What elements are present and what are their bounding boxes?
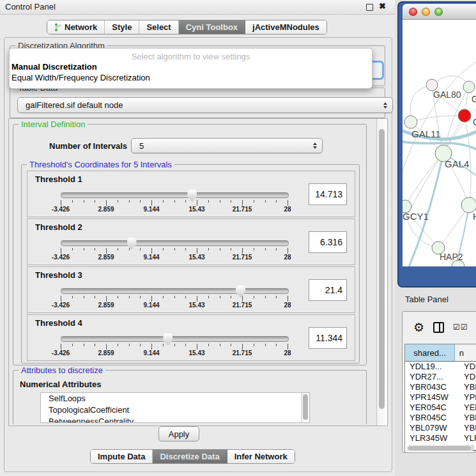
scale-label: -3.426: [52, 254, 70, 261]
table-row[interactable]: YPR145WYPR1: [405, 392, 476, 403]
tab-style[interactable]: Style: [105, 20, 139, 34]
num-intervals-combo[interactable]: 5: [131, 138, 323, 153]
close-button[interactable]: [409, 8, 417, 16]
numerical-attributes-heading: Numerical Attributes: [20, 380, 101, 389]
cell-shared-name[interactable]: YBL079W: [405, 423, 459, 433]
scrollbar-thumb[interactable]: [408, 446, 471, 450]
network-node-green[interactable]: [463, 81, 475, 93]
cell-name[interactable]: YBR0: [459, 413, 476, 423]
cell-shared-name[interactable]: YBR045C: [405, 413, 459, 423]
scale-label: 9.144: [143, 206, 159, 213]
network-canvas[interactable]: GAL80GACGAL11GAL4GCY1HHAP2: [403, 20, 476, 266]
node-table: shared... n YDL19...YDL1YDR27...YDR2YBR0…: [404, 344, 476, 452]
cell-shared-name[interactable]: YPR145W: [405, 392, 459, 403]
tab-discretize-data[interactable]: Discretize Data: [153, 450, 227, 463]
checkbox-icons[interactable]: ☑☑: [453, 323, 468, 332]
cell-shared-name[interactable]: YER054C: [405, 403, 459, 413]
cell-name[interactable]: YLR3: [459, 433, 476, 443]
threshold-value-field[interactable]: 14.713: [309, 183, 347, 205]
table-row[interactable]: YBR043CYBR0: [405, 382, 476, 392]
close-icon[interactable]: ✖: [379, 1, 386, 11]
slider-track[interactable]: [61, 288, 289, 294]
table-row[interactable]: YDR27...YDR2: [405, 372, 476, 382]
cell-shared-name[interactable]: YDR27...: [405, 372, 459, 382]
attribute-item-topologicalcoefficient[interactable]: TopologicalCoefficient: [41, 404, 309, 416]
settings-scroll-area: Interval Definition Number of Intervals …: [8, 118, 388, 426]
network-node-green[interactable]: [404, 116, 417, 128]
table-row[interactable]: YBL079WYBL0: [405, 423, 476, 433]
algorithm-options: Manual DiscretizationEqual Width/Frequen…: [10, 61, 372, 83]
tab-network[interactable]: Network: [47, 20, 105, 34]
scale-label: 9.144: [143, 302, 159, 309]
threshold-label: Threshold 3: [35, 270, 82, 280]
cell-name[interactable]: YDR2: [459, 372, 476, 382]
gray-edge[interactable]: [411, 116, 464, 122]
algorithm-option-equal-width-frequency-discretization[interactable]: Equal Width/Frequency Discretization: [10, 72, 372, 83]
tab-impute-data[interactable]: Impute Data: [91, 450, 153, 463]
threshold-value-field[interactable]: 11.344: [309, 327, 347, 349]
tab-cyni-toolbox[interactable]: Cyni Toolbox: [179, 20, 245, 34]
cell-name[interactable]: YBL0: [459, 423, 476, 433]
slider-scale: -3.4262.8599.14415.4321.71528: [61, 302, 288, 309]
threshold-value-field[interactable]: 21.4: [309, 279, 347, 301]
scrollbar-thumb[interactable]: [303, 394, 308, 420]
control-panel: Control Panel ✖ NetworkStyleSelectCyni T…: [0, 0, 395, 476]
table-row[interactable]: YER054CYER0: [405, 403, 476, 413]
network-node-red[interactable]: [458, 109, 471, 122]
slider-track[interactable]: [61, 192, 289, 198]
cell-shared-name[interactable]: YDL19...: [405, 362, 459, 372]
list-scrollbar[interactable]: [301, 393, 309, 422]
tab-infer-network[interactable]: Infer Network: [227, 450, 295, 463]
column-header-shared-name[interactable]: shared...: [405, 344, 455, 361]
tab-label: Network: [65, 22, 97, 32]
horizontal-scrollbar[interactable]: [407, 445, 475, 451]
threshold-box-1: Threshold 1-3.4262.8599.14415.4321.71528…: [27, 171, 355, 217]
interval-definition-group: Interval Definition Number of Intervals …: [13, 124, 367, 365]
table-data-group: Table Data galFiltered.sif default node: [10, 88, 385, 118]
table-row[interactable]: YLR345WYLR3: [405, 433, 476, 443]
slider-track[interactable]: [61, 240, 289, 246]
zoom-button[interactable]: [434, 8, 443, 16]
node-label-h: H: [473, 211, 476, 222]
table-row[interactable]: YDL19...YDL1: [405, 362, 476, 372]
slider-ticks: [61, 344, 288, 349]
algorithm-option-manual-discretization[interactable]: Manual Discretization: [10, 61, 372, 72]
threshold-label: Threshold 1: [35, 174, 82, 184]
cell-name[interactable]: YPR1: [459, 392, 476, 403]
node-label-gal4: GAL4: [445, 158, 469, 169]
cell-shared-name[interactable]: YBR043C: [405, 382, 459, 392]
float-window-icon[interactable]: [366, 4, 373, 11]
attribute-item-betweennesscentrality[interactable]: BetweennessCentrality: [41, 416, 309, 423]
node-label-ga: GA: [472, 94, 476, 104]
minimize-button[interactable]: [422, 8, 430, 16]
table-header-row: shared... n: [405, 344, 476, 362]
cell-shared-name[interactable]: YLR345W: [405, 433, 459, 443]
attribute-item-selfloops[interactable]: SelfLoops: [41, 393, 309, 404]
scale-label: 21.715: [233, 206, 252, 213]
attributes-list[interactable]: SelfLoopsTopologicalCoefficientBetweenne…: [40, 392, 310, 423]
cell-name[interactable]: YER0: [459, 403, 476, 413]
cell-name[interactable]: YBR0: [459, 382, 476, 392]
slider-ticks: [61, 200, 288, 206]
column-layout-icon[interactable]: [433, 322, 444, 333]
table-row[interactable]: YBR045CYBR0: [405, 413, 476, 423]
table-data-combo[interactable]: galFiltered.sif default node: [17, 97, 393, 113]
slider-ticks: [61, 248, 288, 254]
slider-track[interactable]: [61, 336, 289, 342]
tab-select[interactable]: Select: [139, 20, 178, 34]
cyni-toolbox-panel: Discretization Algorithm Select algorith…: [4, 37, 392, 472]
scale-label: 28: [284, 206, 291, 213]
tab-label: Infer Network: [234, 452, 288, 461]
algorithm-placeholder: Select algorithm to view settings: [10, 49, 372, 61]
cell-name[interactable]: YDL1: [459, 362, 476, 372]
vertical-scrollbar[interactable]: [376, 119, 387, 426]
scale-label: 21.715: [233, 349, 252, 357]
apply-button[interactable]: Apply: [158, 426, 199, 441]
slider-scale: -3.4262.8599.14415.4321.71528: [61, 349, 288, 357]
gear-icon[interactable]: ⚙: [413, 321, 424, 334]
scale-label: -3.426: [52, 302, 70, 309]
scrollbar-thumb[interactable]: [379, 129, 385, 409]
column-header-name[interactable]: n: [455, 344, 476, 361]
threshold-value-field[interactable]: 6.316: [309, 231, 347, 253]
tab-jactivemnodules[interactable]: jActiveMNodules: [245, 20, 326, 34]
